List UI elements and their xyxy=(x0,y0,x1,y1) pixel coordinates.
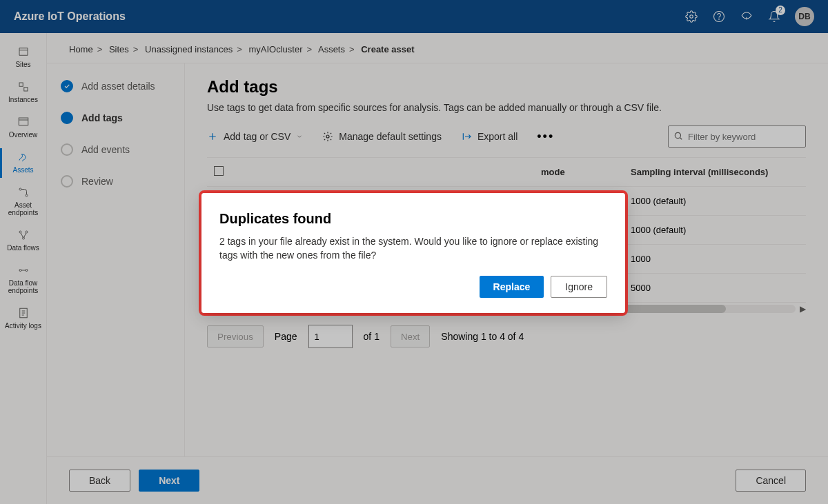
replace-button[interactable]: Replace xyxy=(480,276,544,298)
dialog-highlight: Duplicates found 2 tags in your file alr… xyxy=(199,190,628,316)
ignore-button[interactable]: Ignore xyxy=(551,276,607,298)
dialog-title: Duplicates found xyxy=(219,211,607,227)
dialog-body: 2 tags in your file already exist in the… xyxy=(219,235,607,262)
duplicates-dialog: Duplicates found 2 tags in your file alr… xyxy=(201,193,625,313)
